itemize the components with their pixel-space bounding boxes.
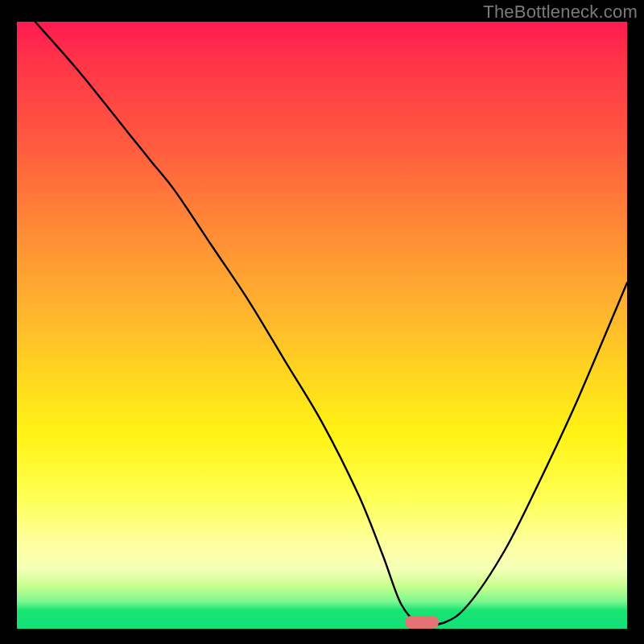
curve-path bbox=[35, 22, 627, 625]
chart-frame: TheBottleneck.com bbox=[0, 0, 644, 644]
bottleneck-curve bbox=[17, 22, 627, 629]
attribution-watermark: TheBottleneck.com bbox=[483, 2, 638, 23]
optimal-point-marker bbox=[405, 616, 439, 629]
plot-area bbox=[17, 22, 627, 629]
